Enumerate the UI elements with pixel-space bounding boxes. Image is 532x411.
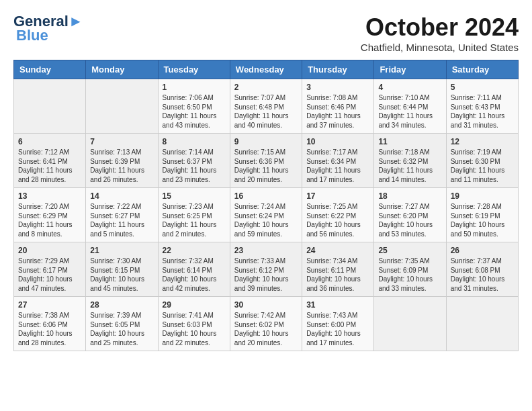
day-number: 28 (90, 300, 153, 310)
logo: General► Blue (13, 13, 83, 44)
table-row: 8Sunrise: 7:14 AM Sunset: 6:37 PM Daylig… (158, 134, 230, 188)
table-row: 11Sunrise: 7:18 AM Sunset: 6:32 PM Dayli… (374, 134, 446, 188)
day-info: Sunrise: 7:32 AM Sunset: 6:14 PM Dayligh… (163, 257, 226, 293)
day-info: Sunrise: 7:43 AM Sunset: 6:00 PM Dayligh… (306, 311, 369, 347)
day-number: 16 (234, 191, 298, 201)
day-number: 5 (451, 83, 514, 92)
day-number: 23 (234, 246, 298, 255)
table-row: 12Sunrise: 7:19 AM Sunset: 6:30 PM Dayli… (446, 134, 518, 188)
day-info: Sunrise: 7:17 AM Sunset: 6:34 PM Dayligh… (306, 148, 369, 184)
day-info: Sunrise: 7:15 AM Sunset: 6:36 PM Dayligh… (234, 148, 298, 184)
location-text: Chatfield, Minnesota, United States (361, 42, 519, 53)
day-number: 20 (18, 246, 81, 255)
day-number: 31 (306, 300, 369, 310)
table-row: 20Sunrise: 7:29 AM Sunset: 6:17 PM Dayli… (14, 242, 86, 297)
table-row: 6Sunrise: 7:12 AM Sunset: 6:41 PM Daylig… (14, 134, 86, 188)
table-row: 30Sunrise: 7:42 AM Sunset: 6:02 PM Dayli… (230, 297, 302, 351)
day-number: 26 (451, 246, 514, 255)
day-number: 30 (234, 300, 298, 310)
day-number: 27 (18, 300, 81, 310)
table-row: 13Sunrise: 7:20 AM Sunset: 6:29 PM Dayli… (14, 188, 86, 242)
day-number: 14 (90, 191, 153, 201)
table-row: 18Sunrise: 7:27 AM Sunset: 6:20 PM Dayli… (374, 188, 446, 242)
day-info: Sunrise: 7:29 AM Sunset: 6:17 PM Dayligh… (18, 257, 81, 293)
day-info: Sunrise: 7:33 AM Sunset: 6:12 PM Dayligh… (234, 257, 298, 293)
day-number: 8 (163, 137, 226, 146)
day-number: 21 (90, 246, 153, 255)
table-row: 16Sunrise: 7:24 AM Sunset: 6:24 PM Dayli… (230, 188, 302, 242)
header-thursday: Thursday (302, 60, 374, 79)
table-row: 22Sunrise: 7:32 AM Sunset: 6:14 PM Dayli… (158, 242, 230, 297)
table-row (86, 79, 158, 134)
day-info: Sunrise: 7:42 AM Sunset: 6:02 PM Dayligh… (234, 311, 298, 347)
day-info: Sunrise: 7:18 AM Sunset: 6:32 PM Dayligh… (378, 148, 441, 184)
day-number: 15 (163, 191, 226, 201)
table-row (374, 297, 446, 351)
table-row (14, 79, 86, 134)
title-section: October 2024 Chatfield, Minnesota, Unite… (361, 13, 519, 53)
day-number: 7 (90, 137, 153, 146)
day-info: Sunrise: 7:27 AM Sunset: 6:20 PM Dayligh… (378, 202, 441, 238)
calendar-week-row: 27Sunrise: 7:38 AM Sunset: 6:06 PM Dayli… (14, 297, 519, 351)
table-row: 14Sunrise: 7:22 AM Sunset: 6:27 PM Dayli… (86, 188, 158, 242)
day-info: Sunrise: 7:25 AM Sunset: 6:22 PM Dayligh… (306, 202, 369, 238)
day-number: 29 (163, 300, 226, 310)
calendar-week-row: 6Sunrise: 7:12 AM Sunset: 6:41 PM Daylig… (14, 134, 519, 188)
day-number: 12 (451, 137, 514, 146)
day-number: 22 (163, 246, 226, 255)
table-row: 26Sunrise: 7:37 AM Sunset: 6:08 PM Dayli… (446, 242, 518, 297)
day-info: Sunrise: 7:10 AM Sunset: 6:44 PM Dayligh… (378, 93, 441, 130)
day-info: Sunrise: 7:08 AM Sunset: 6:46 PM Dayligh… (306, 93, 369, 130)
day-info: Sunrise: 7:28 AM Sunset: 6:19 PM Dayligh… (451, 202, 514, 238)
day-info: Sunrise: 7:11 AM Sunset: 6:43 PM Dayligh… (451, 93, 514, 130)
table-row: 10Sunrise: 7:17 AM Sunset: 6:34 PM Dayli… (302, 134, 374, 188)
day-number: 10 (306, 137, 369, 146)
table-row: 17Sunrise: 7:25 AM Sunset: 6:22 PM Dayli… (302, 188, 374, 242)
table-row: 23Sunrise: 7:33 AM Sunset: 6:12 PM Dayli… (230, 242, 302, 297)
logo-subtext: Blue (16, 27, 48, 44)
table-row: 25Sunrise: 7:35 AM Sunset: 6:09 PM Dayli… (374, 242, 446, 297)
header-friday: Friday (374, 60, 446, 79)
day-info: Sunrise: 7:34 AM Sunset: 6:11 PM Dayligh… (306, 257, 369, 293)
day-number: 18 (378, 191, 441, 201)
day-number: 13 (18, 191, 81, 201)
header-wednesday: Wednesday (230, 60, 302, 79)
table-row: 27Sunrise: 7:38 AM Sunset: 6:06 PM Dayli… (14, 297, 86, 351)
day-info: Sunrise: 7:35 AM Sunset: 6:09 PM Dayligh… (378, 257, 441, 293)
month-title: October 2024 (361, 13, 519, 42)
table-row: 2Sunrise: 7:07 AM Sunset: 6:48 PM Daylig… (230, 79, 302, 134)
calendar-week-row: 1Sunrise: 7:06 AM Sunset: 6:50 PM Daylig… (14, 79, 519, 134)
table-row: 29Sunrise: 7:41 AM Sunset: 6:03 PM Dayli… (158, 297, 230, 351)
day-number: 4 (378, 83, 441, 92)
header-saturday: Saturday (446, 60, 518, 79)
day-number: 6 (18, 137, 81, 146)
header-monday: Monday (86, 60, 158, 79)
day-info: Sunrise: 7:22 AM Sunset: 6:27 PM Dayligh… (90, 202, 153, 238)
table-row: 24Sunrise: 7:34 AM Sunset: 6:11 PM Dayli… (302, 242, 374, 297)
day-info: Sunrise: 7:14 AM Sunset: 6:37 PM Dayligh… (163, 148, 226, 184)
day-info: Sunrise: 7:20 AM Sunset: 6:29 PM Dayligh… (18, 202, 81, 238)
calendar-table: Sunday Monday Tuesday Wednesday Thursday… (13, 60, 519, 351)
page-header: General► Blue October 2024 Chatfield, Mi… (13, 13, 519, 53)
day-info: Sunrise: 7:41 AM Sunset: 6:03 PM Dayligh… (163, 311, 226, 347)
table-row: 1Sunrise: 7:06 AM Sunset: 6:50 PM Daylig… (158, 79, 230, 134)
day-info: Sunrise: 7:37 AM Sunset: 6:08 PM Dayligh… (451, 257, 514, 293)
table-row: 5Sunrise: 7:11 AM Sunset: 6:43 PM Daylig… (446, 79, 518, 134)
day-info: Sunrise: 7:23 AM Sunset: 6:25 PM Dayligh… (163, 202, 226, 238)
table-row: 15Sunrise: 7:23 AM Sunset: 6:25 PM Dayli… (158, 188, 230, 242)
table-row: 3Sunrise: 7:08 AM Sunset: 6:46 PM Daylig… (302, 79, 374, 134)
day-info: Sunrise: 7:19 AM Sunset: 6:30 PM Dayligh… (451, 148, 514, 184)
day-info: Sunrise: 7:38 AM Sunset: 6:06 PM Dayligh… (18, 311, 81, 347)
day-number: 25 (378, 246, 441, 255)
calendar-week-row: 20Sunrise: 7:29 AM Sunset: 6:17 PM Dayli… (14, 242, 519, 297)
day-number: 9 (234, 137, 298, 146)
table-row: 4Sunrise: 7:10 AM Sunset: 6:44 PM Daylig… (374, 79, 446, 134)
table-row: 9Sunrise: 7:15 AM Sunset: 6:36 PM Daylig… (230, 134, 302, 188)
table-row: 28Sunrise: 7:39 AM Sunset: 6:05 PM Dayli… (86, 297, 158, 351)
day-number: 17 (306, 191, 369, 201)
day-info: Sunrise: 7:12 AM Sunset: 6:41 PM Dayligh… (18, 148, 81, 184)
calendar-week-row: 13Sunrise: 7:20 AM Sunset: 6:29 PM Dayli… (14, 188, 519, 242)
day-info: Sunrise: 7:30 AM Sunset: 6:15 PM Dayligh… (90, 257, 153, 293)
day-number: 3 (306, 83, 369, 92)
table-row (446, 297, 518, 351)
